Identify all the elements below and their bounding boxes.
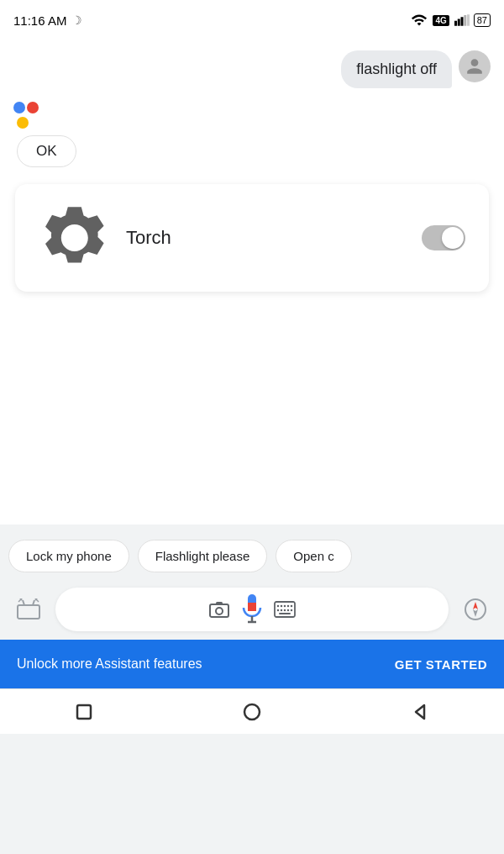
suggestion-chip-flashlight[interactable]: Flashlight please	[138, 540, 268, 572]
status-icons: 4G 87	[411, 13, 491, 27]
nav-recents-button[interactable]	[59, 695, 109, 729]
torch-gear-icon	[39, 204, 106, 271]
svg-rect-3	[464, 15, 466, 26]
user-message-row: flashlight off	[13, 50, 491, 88]
avatar	[459, 50, 491, 82]
tv-icon-wrap[interactable]	[10, 591, 47, 628]
suggestions-area: Lock my phone Flashlight please Open c	[0, 525, 504, 583]
signal-label: 4G	[433, 15, 449, 26]
bottom-input-bar	[0, 583, 504, 640]
toggle-knob	[442, 227, 464, 249]
mic-icon	[240, 594, 264, 625]
person-icon	[465, 57, 484, 76]
assistant-ok-bubble: OK	[17, 135, 76, 167]
svg-point-36	[244, 704, 260, 720]
torch-label: Torch	[126, 227, 402, 249]
battery-indicator: 87	[474, 13, 491, 27]
svg-rect-6	[18, 605, 39, 619]
circle-icon	[242, 702, 262, 722]
svg-rect-0	[454, 21, 457, 26]
svg-point-14	[216, 608, 223, 614]
google-assistant-logo	[13, 102, 49, 129]
svg-rect-17	[248, 603, 256, 611]
svg-point-5	[67, 230, 82, 245]
svg-rect-15	[216, 602, 223, 604]
back-triangle-icon	[411, 703, 429, 721]
time-label: 11:16 AM	[13, 13, 66, 28]
camera-search-button[interactable]	[208, 600, 230, 619]
get-started-button[interactable]: GET STARTED	[395, 657, 487, 672]
mic-button[interactable]	[240, 594, 264, 625]
suggestion-flashlight-text: Flashlight please	[155, 549, 250, 563]
user-message-text: flashlight off	[356, 61, 437, 77]
assistant-banner[interactable]: Unlock more Assistant features GET START…	[0, 640, 504, 688]
svg-rect-4	[467, 14, 470, 26]
mic-area[interactable]	[55, 588, 449, 631]
dot-blue	[13, 102, 25, 113]
svg-rect-2	[460, 17, 463, 26]
svg-marker-37	[416, 705, 424, 719]
suggestion-open-text: Open c	[293, 549, 333, 563]
user-bubble: flashlight off	[341, 50, 452, 88]
svg-rect-35	[77, 705, 91, 719]
torch-card: Torch	[15, 184, 489, 292]
suggestion-lock-text: Lock my phone	[26, 549, 112, 563]
keyboard-button[interactable]	[274, 601, 296, 618]
nav-home-button[interactable]	[227, 695, 277, 729]
compass-button[interactable]	[457, 591, 494, 628]
svg-rect-1	[458, 19, 460, 26]
svg-marker-33	[473, 602, 478, 609]
chat-area: flashlight off OK Torch	[0, 37, 504, 525]
assistant-tv-icon	[16, 598, 41, 620]
ok-text: OK	[36, 143, 57, 159]
dot-yellow	[17, 117, 29, 129]
cellular-icon	[454, 14, 470, 26]
banner-text: Unlock more Assistant features	[17, 656, 202, 672]
nav-back-button[interactable]	[395, 695, 445, 729]
battery-level: 87	[477, 15, 487, 25]
moon-icon: ☽	[71, 13, 82, 27]
camera-icon	[208, 600, 230, 619]
svg-line-12	[37, 600, 39, 602]
wifi-icon	[411, 14, 428, 26]
suggestion-chip-lock[interactable]: Lock my phone	[8, 540, 129, 572]
suggestion-chip-open[interactable]: Open c	[276, 540, 351, 572]
status-time: 11:16 AM ☽	[13, 13, 82, 28]
square-icon	[75, 703, 93, 721]
keyboard-icon	[274, 601, 296, 618]
torch-toggle[interactable]	[422, 225, 465, 250]
svg-marker-34	[473, 609, 478, 617]
svg-line-11	[18, 600, 20, 602]
status-bar: 11:16 AM ☽ 4G 87	[0, 0, 504, 37]
assistant-logo-row	[13, 102, 491, 129]
dot-red	[27, 102, 39, 113]
compass-icon	[464, 598, 487, 621]
navigation-bar	[0, 688, 504, 734]
